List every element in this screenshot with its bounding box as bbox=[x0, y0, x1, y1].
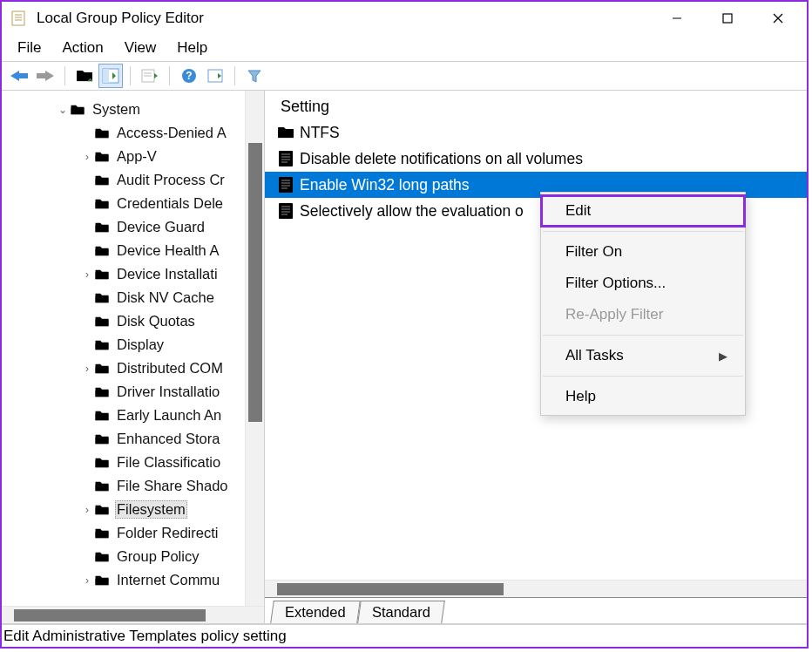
tree-item[interactable]: File Classificatio bbox=[2, 451, 264, 474]
close-button[interactable] bbox=[753, 2, 803, 35]
tree-item[interactable]: Group Policy bbox=[2, 545, 264, 568]
context-menu-item[interactable]: All Tasks▶ bbox=[541, 340, 745, 371]
window-title: Local Group Policy Editor bbox=[37, 10, 204, 27]
context-menu-item[interactable]: Edit bbox=[541, 195, 745, 227]
context-menu-item-label: Edit bbox=[565, 202, 591, 220]
tree-item[interactable]: ›Device Installati bbox=[2, 262, 264, 286]
list-column-header[interactable]: Setting bbox=[265, 91, 807, 119]
tree-item[interactable]: Audit Process Cr bbox=[2, 168, 264, 192]
chevron-right-icon[interactable]: › bbox=[80, 268, 94, 281]
tree-item[interactable]: Folder Redirecti bbox=[2, 521, 264, 545]
forward-button[interactable] bbox=[33, 64, 58, 88]
tree-horizontal-scrollbar[interactable] bbox=[2, 606, 264, 623]
tab-extended[interactable]: Extended bbox=[270, 601, 360, 623]
properties-button[interactable] bbox=[203, 64, 227, 88]
list-item-label: Disable delete notifications on all volu… bbox=[300, 150, 583, 168]
context-menu-item-label: Re-Apply Filter bbox=[565, 306, 663, 323]
tree-item[interactable]: Enhanced Stora bbox=[2, 427, 264, 451]
context-menu-separator bbox=[543, 376, 743, 377]
tree-item-label: Enhanced Stora bbox=[115, 431, 221, 447]
tree-item[interactable]: ›Distributed COM bbox=[2, 357, 264, 380]
svg-marker-14 bbox=[37, 71, 54, 81]
help-button[interactable]: ? bbox=[177, 64, 201, 88]
tree-item-label: Distributed COM bbox=[115, 360, 225, 377]
context-menu-item[interactable]: Help bbox=[541, 381, 745, 412]
gpedit-window: Local Group Policy Editor File Action Vi… bbox=[0, 0, 809, 649]
list-policy-item[interactable]: Disable delete notifications on all volu… bbox=[265, 146, 807, 172]
list-item-label: NTFS bbox=[300, 124, 340, 142]
maximize-button[interactable] bbox=[702, 2, 753, 35]
chevron-right-icon[interactable]: › bbox=[80, 504, 94, 516]
context-menu-item-label: All Tasks bbox=[565, 347, 624, 364]
context-menu-separator bbox=[543, 231, 743, 232]
up-button[interactable] bbox=[72, 64, 97, 88]
tree-item[interactable]: Access-Denied A bbox=[2, 121, 264, 145]
tree-item-label: Disk Quotas bbox=[115, 313, 197, 329]
tree-item-system[interactable]: ⌄System bbox=[2, 98, 264, 121]
toolbar: ? bbox=[2, 61, 807, 91]
list-folder-item[interactable]: NTFS bbox=[265, 119, 807, 146]
tree-item-label: Internet Commu bbox=[115, 572, 221, 588]
tree-item-label: Disk NV Cache bbox=[115, 289, 216, 306]
chevron-right-icon[interactable]: › bbox=[80, 363, 94, 375]
status-bar: Edit Administrative Templates policy set… bbox=[2, 624, 807, 647]
filter-button[interactable] bbox=[242, 64, 267, 88]
tab-strip: Extended Standard bbox=[265, 597, 807, 623]
export-list-button[interactable] bbox=[138, 64, 162, 88]
tree-item[interactable]: Disk Quotas bbox=[2, 309, 264, 333]
svg-marker-13 bbox=[10, 71, 28, 81]
tree-item-label: Device Guard bbox=[115, 219, 206, 235]
list-item-label: Selectively allow the evaluation o bbox=[300, 202, 524, 221]
list-horizontal-scrollbar[interactable] bbox=[265, 580, 807, 597]
tree-item[interactable]: Early Launch An bbox=[2, 404, 264, 427]
menu-view[interactable]: View bbox=[116, 37, 166, 59]
tree-item[interactable]: Disk NV Cache bbox=[2, 286, 264, 309]
chevron-down-icon[interactable]: ⌄ bbox=[56, 104, 70, 116]
context-menu-item-label: Filter On bbox=[565, 243, 622, 261]
tree-item[interactable]: Device Guard bbox=[2, 215, 264, 239]
tree-item-label: Filesystem bbox=[115, 500, 187, 519]
menu-help[interactable]: Help bbox=[168, 37, 216, 59]
tree-item-label: Folder Redirecti bbox=[115, 525, 220, 541]
tree-item-label: App-V bbox=[115, 148, 159, 165]
tree-item[interactable]: Device Health A bbox=[2, 239, 264, 262]
tree-item[interactable]: Driver Installatio bbox=[2, 380, 264, 404]
svg-text:?: ? bbox=[186, 70, 192, 82]
tree-item-label: Early Launch An bbox=[115, 407, 223, 424]
titlebar: Local Group Policy Editor bbox=[2, 2, 807, 35]
tree-item[interactable]: Credentials Dele bbox=[2, 192, 264, 215]
menu-action[interactable]: Action bbox=[53, 37, 112, 59]
tree-item-label: Driver Installatio bbox=[115, 384, 221, 400]
menu-file[interactable]: File bbox=[9, 37, 50, 59]
context-menu-item-label: Help bbox=[565, 388, 596, 405]
tree-item[interactable]: File Share Shado bbox=[2, 474, 264, 498]
svg-marker-26 bbox=[248, 71, 261, 82]
svg-rect-10 bbox=[723, 14, 732, 23]
tree-view[interactable]: ⌄SystemAccess-Denied A›App-VAudit Proces… bbox=[2, 98, 264, 623]
tree-vertical-scrollbar[interactable] bbox=[245, 91, 264, 623]
tree-item[interactable]: Display bbox=[2, 333, 264, 357]
window-controls bbox=[652, 2, 803, 35]
context-menu-item[interactable]: Filter Options... bbox=[541, 268, 745, 299]
status-text: Edit Administrative Templates policy set… bbox=[3, 628, 287, 645]
show-hide-tree-button[interactable] bbox=[98, 64, 123, 88]
minimize-button[interactable] bbox=[652, 2, 702, 35]
tab-standard[interactable]: Standard bbox=[357, 601, 445, 623]
tree-item-label: Audit Process Cr bbox=[115, 172, 227, 188]
list-item-label: Enable Win32 long paths bbox=[300, 176, 470, 194]
chevron-right-icon[interactable]: › bbox=[80, 574, 94, 587]
tree-item-label: Group Policy bbox=[115, 548, 200, 565]
chevron-right-icon[interactable]: › bbox=[80, 151, 94, 163]
tree-item[interactable]: ›App-V bbox=[2, 145, 264, 168]
context-menu: EditFilter OnFilter Options...Re-Apply F… bbox=[540, 192, 746, 416]
tree-item[interactable]: ›Filesystem bbox=[2, 498, 264, 521]
svg-rect-5 bbox=[12, 11, 24, 25]
tree-item[interactable]: ›Internet Commu bbox=[2, 568, 264, 592]
tree-item-label: Display bbox=[115, 336, 166, 353]
tree-item-label: Device Health A bbox=[115, 242, 220, 259]
back-button[interactable] bbox=[7, 64, 31, 88]
tree-item-label: Access-Denied A bbox=[115, 125, 228, 141]
context-menu-item[interactable]: Filter On bbox=[541, 236, 745, 268]
app-icon bbox=[10, 10, 28, 27]
context-menu-item-label: Filter Options... bbox=[565, 275, 666, 292]
